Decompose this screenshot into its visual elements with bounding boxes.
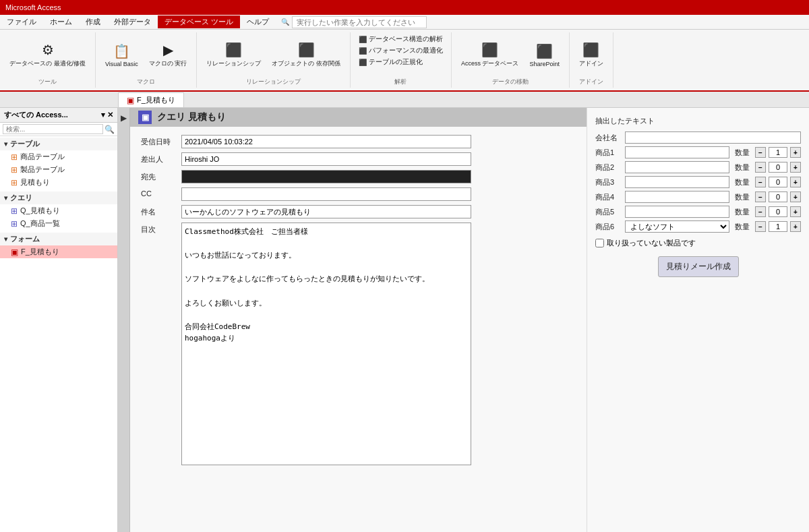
menu-file[interactable]: ファイル — [0, 16, 43, 28]
sender-label: 差出人 — [141, 152, 181, 165]
company-label: 会社名 — [595, 133, 622, 143]
ribbon-btn-access-db[interactable]: ⬛ Access データベース — [457, 40, 523, 69]
ribbon-btn-sharepoint[interactable]: ⬛ SharePoint — [525, 42, 564, 69]
product2-qty-plus[interactable]: + — [790, 162, 801, 173]
sidebar-item-label: 見積もり — [20, 177, 50, 187]
sidebar-section-forms: ▾ フォーム ▣ F_見積もり — [0, 231, 117, 260]
product5-qty-minus[interactable]: − — [755, 206, 766, 217]
product1-qty-plus[interactable]: + — [790, 147, 801, 158]
ribbon-group-data-move-label: データの移動 — [492, 76, 529, 86]
product5-qty-input[interactable] — [769, 206, 787, 217]
product1-qty-minus[interactable]: − — [755, 147, 766, 158]
ribbon-macro-items: 📋 Visual Basic ▶ マクロの 実行 — [101, 34, 191, 76]
recipient-input[interactable] — [181, 170, 471, 183]
ribbon-btn-relationship[interactable]: ⬛ リレーションシップ — [202, 40, 265, 69]
access-db-icon: ⬛ — [481, 42, 498, 58]
right-panel-title: 抽出したテキスト — [595, 116, 801, 126]
ribbon-btn-dependency[interactable]: ⬛ オブジェクトの 依存関係 — [268, 40, 344, 69]
sidebar-item-mitsumori-table[interactable]: ⊞ 見積もり — [0, 176, 117, 189]
sidebar-item-label: Q_商品一覧 — [20, 218, 60, 229]
content-area: ▶ ▣ クエリ 見積もり 受信日時 差出人 — [118, 108, 809, 532]
search-bar: 🔍 — [276, 15, 809, 30]
sidebar-item-q-shohin[interactable]: ⊞ Q_商品一覧 — [0, 217, 117, 230]
product5-input[interactable] — [625, 206, 729, 218]
right-row-company: 会社名 — [595, 131, 801, 144]
ribbon-group-analysis-label: 解析 — [394, 76, 407, 86]
sidebar-section-tables-header[interactable]: ▾ テーブル — [0, 138, 117, 150]
nav-arrow-icon[interactable]: ▶ — [121, 113, 127, 123]
tab-f-mitsumori[interactable]: ▣ F_見積もり — [118, 92, 184, 107]
right-row-product1: 商品1 数量 − + — [595, 146, 801, 158]
product5-label: 商品5 — [595, 207, 622, 217]
body-textarea[interactable]: Classmethod株式会社 ご担当者様 いつもお世話になっております。 ソフ… — [181, 223, 471, 465]
menu-external-data[interactable]: 外部データ — [107, 16, 158, 28]
menu-help[interactable]: ヘルプ — [240, 16, 276, 28]
company-input[interactable] — [625, 131, 801, 144]
product6-qty-plus[interactable]: + — [790, 221, 801, 232]
body-field: Classmethod株式会社 ご担当者様 いつもお世話になっております。 ソフ… — [181, 223, 576, 467]
ribbon-btn-normalize[interactable]: ⬛ テーブルの正規化 — [356, 57, 446, 67]
ribbon-btn-optimize[interactable]: ⚙ データベースの 最適化/修復 — [5, 40, 90, 69]
sidebar-collapse-icon[interactable]: ▾ ✕ — [101, 111, 113, 119]
sidebar-search-input[interactable] — [3, 124, 103, 134]
product3-qty-plus[interactable]: + — [790, 177, 801, 187]
product3-qty-input[interactable] — [769, 177, 787, 187]
query-icon: ⊞ — [11, 219, 18, 229]
nav-panel: ▶ — [118, 108, 130, 532]
product3-qty-minus[interactable]: − — [755, 177, 766, 187]
qty-label-2: 数量 — [735, 162, 750, 173]
sidebar-item-q-mitsumori[interactable]: ⊞ Q_見積もり — [0, 204, 117, 217]
qty-label-1: 数量 — [735, 148, 750, 158]
right-row-product3: 商品3 数量 − + — [595, 176, 801, 188]
product2-input[interactable] — [625, 161, 729, 173]
product1-input[interactable] — [625, 146, 729, 158]
cc-input[interactable] — [181, 187, 471, 201]
qty-label-4: 数量 — [735, 192, 750, 202]
sidebar: すべての Access... ▾ ✕ 🔍 ▾ テーブル ⊞ 商品テーブル ⊞ 製… — [0, 108, 118, 532]
sidebar-item-shohin-table[interactable]: ⊞ 商品テーブル — [0, 150, 117, 163]
form-row-date: 受信日時 — [141, 135, 576, 148]
product4-qty-input[interactable] — [769, 191, 787, 202]
subject-input[interactable] — [181, 205, 471, 218]
sidebar-item-label: 製品テーブル — [20, 165, 65, 175]
received-date-label: 受信日時 — [141, 135, 181, 147]
product6-qty-input[interactable] — [769, 221, 787, 232]
sidebar-header-text: すべての Access... — [4, 110, 68, 120]
product4-qty-minus[interactable]: − — [755, 191, 766, 202]
form-title-text: クエリ 見積もり — [157, 111, 226, 123]
ribbon-btn-addin[interactable]: ⬛ アドイン — [575, 40, 607, 69]
sidebar-item-seihin-table[interactable]: ⊞ 製品テーブル — [0, 163, 117, 176]
ribbon-search-input[interactable] — [292, 16, 427, 28]
product1-qty-input[interactable] — [769, 147, 787, 158]
menu-db-tools[interactable]: データベース ツール — [158, 16, 240, 28]
sidebar-search-icon: 🔍 — [104, 125, 115, 134]
form-title-icon: ▣ — [138, 111, 152, 124]
product2-qty-input[interactable] — [769, 162, 787, 173]
sidebar-item-f-mitsumori[interactable]: ▣ F_見積もり — [0, 245, 117, 258]
sender-input[interactable] — [181, 152, 471, 166]
product6-qty-minus[interactable]: − — [755, 221, 766, 232]
product6-select[interactable]: よしなソフト — [625, 220, 729, 233]
ribbon-rel-items: ⬛ リレーションシップ ⬛ オブジェクトの 依存関係 — [202, 34, 344, 76]
queries-chevron-icon: ▾ — [4, 194, 7, 202]
sidebar-section-queries-header[interactable]: ▾ クエリ — [0, 191, 117, 204]
product3-input[interactable] — [625, 176, 729, 188]
ribbon-btn-vba[interactable]: 📋 Visual Basic — [101, 42, 142, 69]
macro-run-icon: ▶ — [163, 42, 173, 58]
product5-qty-plus[interactable]: + — [790, 206, 801, 217]
right-panel: 抽出したテキスト 会社名 商品1 数量 − + 商品2 数量 − — [587, 108, 809, 532]
ribbon-btn-db-structure[interactable]: ⬛ データベース構造の解析 — [356, 34, 446, 45]
received-date-input[interactable] — [181, 135, 471, 148]
sidebar-section-forms-header[interactable]: ▾ フォーム — [0, 233, 117, 245]
product4-qty-plus[interactable]: + — [790, 191, 801, 202]
ribbon-btn-perf[interactable]: ⬛ パフォーマンスの最適化 — [356, 45, 446, 56]
unavailable-checkbox[interactable] — [595, 239, 604, 247]
menu-home[interactable]: ホーム — [43, 16, 79, 28]
menu-create[interactable]: 作成 — [79, 16, 107, 28]
qty-label-5: 数量 — [735, 207, 750, 217]
product4-input[interactable] — [625, 191, 729, 203]
product2-qty-minus[interactable]: − — [755, 162, 766, 173]
create-email-button[interactable]: 見積りメール作成 — [658, 256, 739, 277]
ribbon-btn-macro[interactable]: ▶ マクロの 実行 — [145, 40, 191, 69]
optimize-icon: ⚙ — [42, 42, 54, 58]
